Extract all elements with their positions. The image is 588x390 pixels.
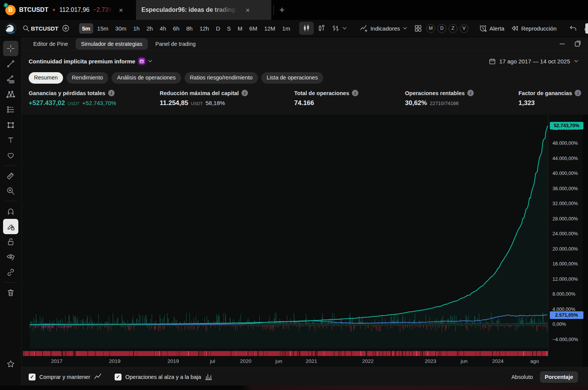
timeframe-2h[interactable]: 2h (143, 23, 156, 34)
lock-all-tool[interactable] (3, 234, 18, 249)
magnet-tool[interactable] (3, 204, 18, 219)
layout-grid-button[interactable] (411, 22, 425, 35)
replay-button[interactable]: Reproducción (507, 22, 560, 35)
timeframe-12h[interactable]: 12h (196, 23, 212, 34)
band-tick (73, 351, 75, 356)
quick-button-v[interactable]: V (460, 24, 468, 33)
ruler-tool[interactable] (3, 168, 18, 183)
stat-unit: USDT (191, 101, 203, 106)
xabcd-pattern-tool[interactable] (3, 87, 18, 102)
quick-button-z[interactable]: Z (449, 24, 457, 33)
tab-strategy-tester[interactable]: Simulador de estrategias (76, 38, 147, 50)
report-tab-ratios-riesgo-rendimiento[interactable]: Ratios riesgo/rendimiento (185, 72, 258, 84)
report-tab-lista-de-operaciones[interactable]: Lista de operaciones (261, 72, 323, 84)
candles-style-button[interactable] (299, 22, 314, 35)
info-icon[interactable]: i (575, 90, 581, 96)
toggle-comprar-y-mantener[interactable]: ✓Comprar y mantener (29, 373, 102, 381)
emoji-tool[interactable] (3, 148, 18, 163)
alert-button[interactable]: Alerta (476, 22, 507, 35)
text-tool[interactable] (3, 133, 18, 148)
maximize-panel-icon[interactable] (573, 39, 582, 48)
chevron-down-icon[interactable] (147, 58, 153, 64)
timeframe-4h[interactable]: 4h (157, 23, 169, 34)
strategy-title[interactable]: Continuidad implícita premium informe (29, 58, 135, 65)
close-tab-icon[interactable]: × (119, 6, 123, 14)
cutoff-button[interactable] (585, 23, 588, 34)
user-avatar[interactable] (5, 23, 16, 34)
band-tick (133, 351, 134, 356)
timeframe-6h[interactable]: 6h (170, 23, 183, 34)
prediction-tool[interactable] (3, 102, 18, 117)
rectangle-tool[interactable] (3, 117, 18, 133)
undo-button[interactable] (566, 22, 580, 35)
idea-tab[interactable]: Especulador96: ideas de trading y × (136, 0, 271, 20)
remove-drawings-tool[interactable] (3, 285, 18, 300)
tab-pine-editor[interactable]: Editor de Pine (28, 38, 73, 50)
fib-retracement-tool[interactable] (3, 71, 18, 87)
hollow-candles-button[interactable] (314, 22, 328, 35)
zoom-in-tool[interactable] (3, 183, 18, 199)
quick-button-m[interactable]: M (426, 24, 435, 33)
symbol-search[interactable]: BTCUSDT (22, 24, 58, 32)
report-tab-resumen[interactable]: Resumen (29, 72, 63, 84)
band-tick (279, 351, 279, 356)
timeframe-1h[interactable]: 1h (130, 23, 143, 34)
hide-drawings-tool[interactable] (3, 249, 18, 265)
bar-style-button[interactable] (328, 22, 350, 35)
minimize-panel-icon[interactable] (558, 39, 567, 48)
equity-chart[interactable]: 201720192019jul2020jun202120222023jun202… (22, 115, 588, 367)
info-icon[interactable]: i (241, 90, 248, 96)
band-tick (458, 351, 459, 356)
toggle-operaciones-al-alza-y-a-la-baja[interactable]: ✓Operaciones al alza y a la baja (115, 373, 212, 381)
timeframe-6M[interactable]: 6M (246, 23, 261, 34)
favorites-star-tool[interactable] (3, 356, 18, 372)
band-tick (345, 351, 346, 356)
timeframe-15m[interactable]: 15m (94, 23, 111, 34)
timeframe-S[interactable]: S (224, 23, 234, 34)
indicators-button[interactable]: Indicadores (356, 22, 411, 35)
report-tab-análisis-de-operaciones[interactable]: Análisis de operaciones (112, 72, 181, 84)
band-tick (412, 351, 413, 356)
tab-trading-panel[interactable]: Panel de trading (150, 38, 201, 50)
link-drawings-tool[interactable] (3, 265, 18, 280)
time-axis[interactable]: 201720192019jul2020jun202120222023jun202… (22, 358, 548, 366)
info-icon[interactable]: i (352, 90, 358, 96)
band-tick (492, 351, 493, 356)
drawing-lock-tool[interactable] (3, 219, 18, 234)
date-range-picker[interactable]: 17 ago 2017 — 14 oct 2025 (489, 58, 579, 65)
band-tick (496, 351, 497, 356)
trend-line-tool[interactable] (3, 56, 18, 71)
percentage-toggle[interactable]: Porcentaje (540, 371, 578, 383)
timeframe-12M[interactable]: 12M (261, 23, 278, 34)
hollow-candle-icon (317, 24, 325, 32)
quick-button-d[interactable]: D (437, 24, 446, 33)
timeframe-5m[interactable]: 5m (79, 23, 94, 34)
time-label: jun (461, 358, 468, 364)
info-icon[interactable]: i (467, 90, 474, 96)
equity-plot[interactable] (23, 115, 548, 351)
checkbox-icon[interactable]: ✓ (115, 374, 121, 380)
new-tab-button[interactable]: + (274, 0, 290, 20)
report-tab-rendimiento[interactable]: Rendimiento (66, 72, 108, 84)
band-tick (324, 351, 325, 356)
close-tab-icon[interactable]: × (246, 6, 250, 14)
checkbox-icon[interactable]: ✓ (29, 374, 36, 380)
timeframe-8h[interactable]: 8h (183, 23, 196, 34)
compare-add-button[interactable] (58, 22, 73, 35)
timeframe-M[interactable]: M (235, 23, 246, 34)
timeframe-30m[interactable]: 30m (112, 23, 130, 34)
strategy-source-icon[interactable] (139, 58, 145, 64)
band-tick (96, 351, 96, 356)
timeframe-D[interactable]: D (213, 23, 223, 34)
crosshair-tool[interactable] (3, 41, 18, 56)
price-label: 12.000,00% (552, 277, 578, 282)
band-tick (377, 351, 378, 356)
band-tick (156, 351, 156, 356)
absolute-toggle[interactable]: Absoluto (511, 374, 533, 380)
band-tick (439, 351, 439, 356)
price-axis[interactable]: 52.000,00%48.000,00%44.000,00%40.000,00%… (549, 115, 588, 367)
symbol-tab[interactable]: B BTCUSDT ▼ 112.017,96 −2.73% × (0, 0, 136, 20)
info-icon[interactable]: i (108, 90, 115, 96)
band-tick (360, 351, 361, 356)
timeframe-1m[interactable]: 1m (279, 23, 293, 34)
